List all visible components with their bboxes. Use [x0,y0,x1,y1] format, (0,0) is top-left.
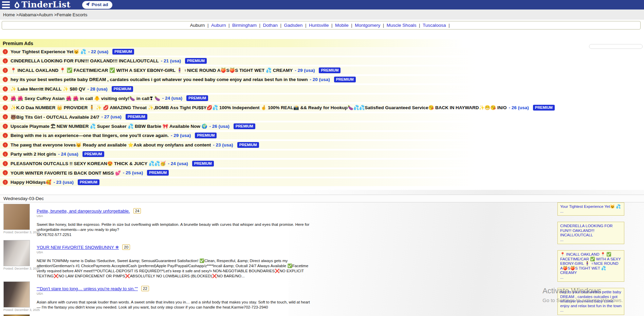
premium-ad-title[interactable]: Happy HOlidays🥰 [11,179,51,185]
premium-badge[interactable]: PREMIUM [185,58,207,64]
premium-ad-age: - 29 (usa) [295,68,315,73]
city-link-dothan[interactable]: Dothan [263,23,284,28]
premium-ad-title[interactable]: Your Tightest Experience Yet😼 💦 [11,49,86,54]
bump-up-icon[interactable]: ↑ [3,86,8,92]
listing-location: USA [37,214,312,218]
premium-ad-title[interactable]: YOUR WINTER FAVORITE IS BACK DONT MISS 💕 [11,170,121,176]
bump-up-icon[interactable]: ↑ [3,142,8,147]
city-current: Auburn [190,23,211,28]
sidebar-premium-column: Your Tightest Experience Yet😼 💦 ... CIND… [557,202,624,316]
premium-badge[interactable]: PREMIUM [112,49,134,55]
bump-up-icon[interactable]: ↑ [3,49,8,54]
bump-up-icon[interactable]: ↑ [3,105,8,110]
premium-ad-age: - 25 (usa) [123,170,143,175]
premium-badge[interactable]: PREMIUM [234,123,255,129]
listings-column: Posted: December 3, 2025 Petite, brunett… [3,204,316,316]
list-item: A lady for all occasions 38 USA [3,314,316,316]
premium-ad-age: - 24 (usa) [168,161,188,166]
sidebar-ad-box[interactable]: CINDERELLA LOOKING FOR FUN!!! OAKLAND!!!… [557,222,624,244]
premium-badge[interactable]: PREMIUM [334,77,356,82]
list-item: Posted: December 3, 2025 ""Don't stare t… [3,281,316,312]
city-link-mobile[interactable]: Mobile [335,23,355,28]
city-nav: Auburn Auburn Birmingham Dothan Gadsden … [2,21,641,29]
bump-up-icon[interactable]: ↑ [3,96,8,101]
listing-title-link[interactable]: Petite, brunette, and dangerously unforg… [37,209,130,214]
list-item: Posted: December 3, 2025 YOUR NEW FAVORI… [3,240,316,279]
premium-ad-title[interactable]: The pawg that everyone loves😼 Ready and … [11,142,211,147]
city-link-tuscaloosa[interactable]: Tuscaloosa [423,23,452,28]
sidebar-ad-box[interactable]: hey its your best wettes petite baby DRE… [557,288,624,315]
bump-up-icon[interactable]: ↑ [3,170,8,175]
premium-section-title: Premium Ads [0,39,644,47]
premium-ad-title[interactable]: PLEASANTON OUTCALLS !! SEXY KOREAN😍 THIC… [11,161,166,166]
premium-ad-row: ↑ ✨ Lake Merritt INCALL ✨ $80 QV - 28 (u… [0,85,644,93]
listing-description: Asian allure with curves that speak loud… [37,300,312,310]
premium-ad-title[interactable]: ✨K.O Daa NUMBER 👑 PROVIDER 🧍 ✨ 💋 AMAZING… [11,105,507,110]
premium-ad-title[interactable]: Party with 2 Hot girls [11,152,56,157]
bump-up-icon[interactable]: ↑ [3,161,8,166]
listing-title-link[interactable]: ""Don't stare too long… unless you're re… [37,286,138,291]
bump-up-icon[interactable]: ↑ [3,133,8,138]
premium-badge[interactable]: PREMIUM [195,133,217,138]
premium-ad-title[interactable]: CINDERELLA LOOKING FOR FUN!!! OAKLAND!!!… [11,58,159,63]
city-link-huntsville[interactable]: Huntsville [309,23,335,28]
listing-thumbnail[interactable] [3,240,30,266]
premium-badge[interactable]: PREMIUM [82,151,104,157]
premium-badge[interactable]: PREMIUM [237,142,259,148]
premium-badge[interactable]: PREMIUM [147,170,169,176]
menu-icon[interactable] [2,1,10,8]
premium-badge[interactable]: PREMIUM [78,179,99,185]
premium-ad-row: ↑ Upscale Playmate ⛱ NEW NUMBER 💦 Super … [0,122,644,130]
listing-thumbnail[interactable] [3,204,30,230]
brand-logo[interactable]: TinderList [13,0,71,9]
premium-ad-title[interactable]: 🐻Big Tits Girl - OUTCALL Available 24/7 [11,114,99,120]
bump-up-icon[interactable]: ↑ [3,114,8,119]
breadcrumb-bar: Home >Alabama>Auburn >Female Escorts [0,9,644,20]
sidebar-ad-box[interactable]: Your Tightest Experience Yet😼 💦 ... [557,202,624,216]
premium-badge[interactable]: PREMIUM [126,114,147,120]
city-link-montgomery[interactable]: Montgomery [355,23,387,28]
premium-ad-title[interactable]: hey its your best wettes petite baby DRE… [11,77,308,82]
brand-name: TinderList [21,0,71,9]
premium-ad-title[interactable]: ✨ Lake Merritt INCALL ✨ $80 QV [11,86,85,92]
city-link-birmingham[interactable]: Birmingham [232,23,263,28]
city-link-gadsden[interactable]: Gadsden [284,23,309,28]
premium-ad-title[interactable]: Upscale Playmate ⛱ NEW NUMBER 💦 Super So… [11,123,207,129]
bump-up-icon[interactable]: ↑ [3,152,8,157]
premium-ad-age: - 28 (usa) [87,86,107,92]
premium-ad-age: - 20 (usa) [310,77,330,82]
city-link-auburn[interactable]: Auburn [211,23,232,28]
sidebar-ad-text: CINDERELLA LOOKING FOR FUN!!! OAKLAND!!!… [560,224,613,237]
listing-thumbnail[interactable] [3,314,30,316]
premium-badge[interactable]: PREMIUM [533,105,555,111]
premium-ad-title[interactable]: 🌺 🌺 Sexy CuRvy Asian 🌺 🌺 in call 🐥 visit… [11,96,160,101]
bump-up-icon[interactable]: ↑ [3,180,8,185]
sidebar-ad-text: 📍 INCALL OAKLAND 📍 ✅ FACETIME/CAR ✅ WITH… [560,252,621,275]
premium-ad-age: - 27 (usa) [101,114,121,119]
bump-up-icon[interactable]: ↑ [3,58,8,63]
premium-ad-row: ↑ YOUR WINTER FAVORITE IS BACK DONT MISS… [0,169,644,177]
paper-plane-icon [85,2,90,7]
bump-up-icon[interactable]: ↑ [3,68,8,73]
breadcrumb[interactable]: Home >Alabama>Auburn >Female Escorts [3,12,87,17]
sidebar-ad-box[interactable]: 📍 INCALL OAKLAND 📍 ✅ FACETIME/CAR ✅ WITH… [557,250,624,282]
post-ad-button[interactable]: Post ad [82,1,113,9]
premium-badge[interactable]: PREMIUM [186,95,208,101]
sidebar-ad-more: ... [560,238,622,242]
premium-ad-age: - 26 (usa) [209,124,229,129]
city-link-muscle-shoals[interactable]: Muscle Shoals [387,23,423,28]
bump-up-icon[interactable]: ↑ [3,77,8,82]
listing-thumbnail[interactable] [3,281,30,308]
premium-ad-row: ↑ PLEASANTON OUTCALLS !! SEXY KOREAN😍 TH… [0,160,644,167]
premium-ad-title[interactable]: 📍 INCALL OAKLAND 📍 ✅ FACETIME/CAR ✅ WITH… [11,67,293,73]
listing-title-link[interactable]: YOUR NEW FAVORITE SNOWBUNNY ❄ [37,245,119,250]
premium-ad-row: ↑ The pawg that everyone loves😼 Ready an… [0,141,644,149]
premium-badge[interactable]: PREMIUM [112,86,133,92]
posted-date: Posted: December 3, 2025 [3,267,30,270]
list-item: Posted: December 3, 2025 Petite, brunett… [3,204,316,237]
premium-ad-age: - 26 (usa) [509,105,529,110]
premium-ad-title[interactable]: Being with me is an experience—one that … [11,133,169,138]
premium-badge[interactable]: PREMIUM [192,161,214,166]
bump-up-icon[interactable]: ↑ [3,124,8,129]
premium-badge[interactable]: PREMIUM [319,67,341,73]
